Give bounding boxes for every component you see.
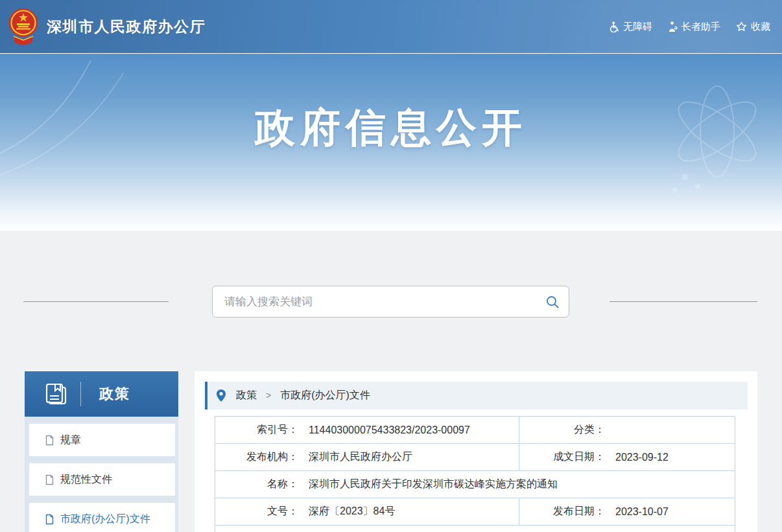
breadcrumb-accent-bar [205,382,207,410]
sidebar-menu: 规章规范性文件市政府(办公厅)文件 [25,424,178,532]
document-icon [45,514,54,525]
book-icon [44,382,67,406]
field-value: 2023-09-12 [615,452,669,463]
sidebar-item-label: 规范性文件 [60,473,112,487]
field-value: 2023-10-07 [615,506,669,518]
search-input[interactable] [213,295,545,308]
field-label: 分类： [519,423,605,437]
sidebar-item-3[interactable]: 市政府(办公厅)文件 [29,503,175,532]
search-box [212,286,569,318]
policy-sidebar: 政策 规章规范性文件市政府(办公厅)文件 [25,371,178,532]
breadcrumb-separator: > [266,390,271,400]
table-cell: 成文日期：2023-09-12 [519,444,735,470]
sidebar-item-1[interactable]: 规章 [29,424,175,456]
page-title: 政府信息公开 [0,100,782,155]
location-pin-icon [217,389,226,402]
top-header-bar: 深圳市人民政府办公厅 无障碍长者助手收藏 [0,0,782,53]
breadcrumb-items: 政策>市政府(办公厅)文件 [226,389,370,402]
field-label: 发布日期： [519,505,605,518]
elderly-icon [668,21,678,32]
table-cell: 分类： [519,417,735,443]
sidebar-item-label: 市政府(办公厅)文件 [60,513,150,526]
topbar-link-1[interactable]: 无障碍 [609,21,652,33]
field-value: 深府〔2023〕84号 [309,505,395,518]
hero-banner: 政府信息公开 [0,53,782,231]
table-row: 索引号：114403000075433823/2023-00097分类： [215,417,735,444]
table-cell: 索引号：114403000075433823/2023-00097 [215,417,519,443]
field-label: 索引号： [215,423,298,437]
field-label: 发布机构： [215,450,298,464]
star-icon [736,21,747,32]
sidebar-item-2[interactable]: 规范性文件 [29,463,175,496]
table-row: 名称：深圳市人民政府关于印发深圳市碳达峰实施方案的通知 [215,471,735,498]
table-row-partial [215,526,735,532]
topbar-link-label: 无障碍 [623,21,652,33]
document-icon [45,474,54,485]
breadcrumb: 政策>市政府(办公厅)文件 [205,382,748,410]
field-value: 深圳市人民政府关于印发深圳市碳达峰实施方案的通知 [309,478,558,491]
sidebar-header-label: 政策 [99,384,130,404]
table-row: 发布机构：深圳市人民政府办公厅成文日期：2023-09-12 [215,444,735,471]
content-panel: 政策>市政府(办公厅)文件 索引号：114403000075433823/202… [195,371,757,532]
field-value: 114403000075433823/2023-00097 [309,424,470,436]
field-label: 文号： [215,505,298,518]
sidebar-header-divider [80,382,81,406]
topbar-link-2[interactable]: 长者助手 [668,21,720,33]
search-icon[interactable] [545,295,560,309]
field-value: 深圳市人民政府办公厅 [309,450,412,464]
topbar-links: 无障碍长者助手收藏 [609,21,770,33]
field-label: 名称： [215,478,298,491]
table-cell: 名称：深圳市人民政府关于印发深圳市碳达峰实施方案的通知 [215,471,735,498]
document-info-table: 索引号：114403000075433823/2023-00097分类：发布机构… [215,416,735,532]
table-cell: 文号：深府〔2023〕84号 [215,498,519,525]
national-emblem-logo [8,8,38,45]
site-title: 深圳市人民政府办公厅 [47,17,206,37]
topbar-link-3[interactable]: 收藏 [736,21,770,33]
sidebar-item-label: 规章 [60,434,81,447]
field-label: 成文日期： [519,450,605,464]
breadcrumb-item-1[interactable]: 政策 [236,389,257,400]
document-icon [45,435,54,446]
right-decorative-line [610,301,757,302]
table-cell: 发布日期：2023-10-07 [519,498,735,525]
breadcrumb-item-2[interactable]: 市政府(办公厅)文件 [280,389,370,400]
left-decorative-line [23,301,169,302]
sidebar-header: 政策 [25,371,178,417]
wheelchair-icon [609,21,619,32]
table-row: 文号：深府〔2023〕84号发布日期：2023-10-07 [215,498,735,526]
topbar-link-label: 收藏 [751,21,770,33]
topbar-link-label: 长者助手 [681,21,720,33]
table-cell: 发布机构：深圳市人民政府办公厅 [215,444,519,470]
